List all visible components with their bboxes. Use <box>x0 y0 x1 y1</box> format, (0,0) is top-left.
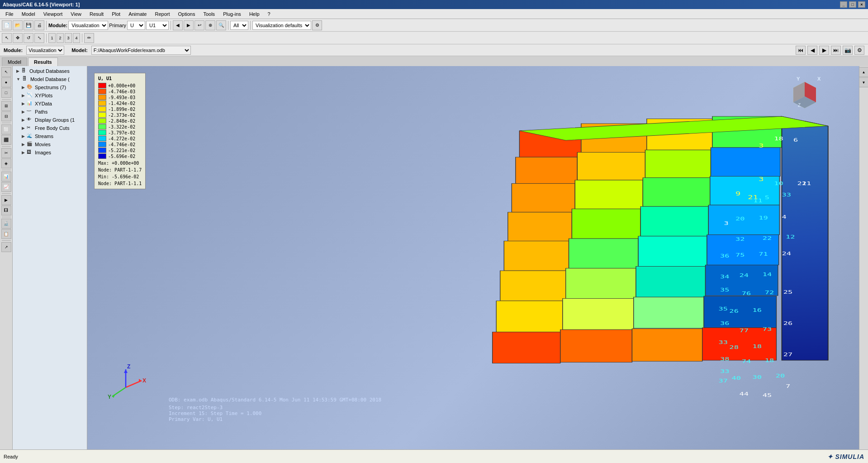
panel-item-free-body-cuts[interactable]: ▶ ✂ Free Body Cuts <box>14 124 85 132</box>
close-button[interactable]: × <box>858 1 865 8</box>
axes-indicator: X Y Z <box>105 363 146 404</box>
undo-btn[interactable]: ↩ <box>194 20 204 30</box>
menu-report[interactable]: Report <box>151 10 173 18</box>
play-start-btn[interactable]: ⏮ <box>796 46 806 55</box>
vtool-select[interactable]: ↖ <box>1 67 11 77</box>
camera-btn[interactable]: 📷 <box>843 46 853 55</box>
module-select[interactable]: Visualization <box>68 21 108 30</box>
model-icon: 🗄 <box>22 76 28 82</box>
vtool-cursor[interactable]: ↗ <box>1 242 11 252</box>
draw-btn[interactable]: ✏ <box>84 33 94 43</box>
panel-item-paths[interactable]: ▶ 〰 Paths <box>14 108 85 116</box>
vtool-node[interactable]: ● <box>1 77 11 87</box>
svg-text:28: 28 <box>729 344 739 350</box>
svg-text:Z: Z <box>798 103 801 108</box>
save-btn[interactable]: 💾 <box>24 20 33 30</box>
num1-btn[interactable]: 1 <box>48 33 56 43</box>
vtool-chart[interactable]: 📊 <box>1 172 11 181</box>
vtool-anim[interactable]: ▶ <box>1 195 11 205</box>
play-back-btn[interactable]: ◀ <box>807 46 817 55</box>
panel-item-streams[interactable]: ▶ 🌊 Streams <box>14 132 85 140</box>
menu-animate[interactable]: Animate <box>125 10 150 18</box>
all-select[interactable]: All <box>230 21 248 30</box>
forward-btn[interactable]: ▶ <box>184 20 194 30</box>
new-btn[interactable]: 📄 <box>2 20 12 30</box>
menu-viewport[interactable]: Viewport <box>40 10 66 18</box>
zoom-btn[interactable]: 🔍 <box>216 20 226 30</box>
vtool-mesh[interactable]: ⊟ <box>1 111 11 121</box>
settings-btn[interactable]: ⚙ <box>312 20 322 30</box>
tab-results[interactable]: Results <box>28 57 58 66</box>
vtool-report2[interactable]: 📋 <box>1 229 11 239</box>
print-btn[interactable]: 🖨 <box>34 20 44 30</box>
menu-help[interactable]: Help <box>246 10 263 18</box>
svg-rect-16 <box>504 241 569 271</box>
panel-item-model-db[interactable]: ▼ 🗄 Model Database ( <box>14 75 85 83</box>
menu-file[interactable]: File <box>2 10 17 18</box>
menu-tools[interactable]: Tools <box>199 10 218 18</box>
svg-text:Z: Z <box>127 363 130 370</box>
model-bar-select[interactable]: F:/AbaqusWorkFolder/exam.odb <box>91 46 191 55</box>
viewport[interactable]: U, U1 +0.000e+00 -4.746e-03 -9.493e-03 -… <box>87 66 859 449</box>
settings2-btn[interactable]: ⚙ <box>854 46 864 55</box>
menu-question[interactable]: ? <box>264 10 274 18</box>
num2-btn[interactable]: 2 <box>57 33 64 43</box>
panel-item-xyplots[interactable]: ▶ 📉 XYPlots <box>14 91 85 100</box>
primary-select[interactable]: U <box>127 21 145 30</box>
minimize-button[interactable]: _ <box>840 1 847 8</box>
vtool-grid[interactable]: ⊞ <box>1 101 11 111</box>
svg-text:22: 22 <box>763 236 772 241</box>
svg-text:30: 30 <box>753 375 762 380</box>
movies-label: Movies <box>35 142 51 147</box>
back-btn[interactable]: ◀ <box>173 20 183 30</box>
menu-model[interactable]: Model <box>18 10 39 18</box>
tab-bar: Model Results <box>0 56 868 66</box>
panel-item-movies[interactable]: ▶ 🎬 Movies <box>14 140 85 148</box>
num4-btn[interactable]: 4 <box>73 33 80 43</box>
svg-rect-12 <box>508 212 572 241</box>
panel-item-xydata[interactable]: ▶ 📊 XYData <box>14 100 85 108</box>
play-end-btn[interactable]: ⏭ <box>831 46 841 55</box>
status-bar: Ready ✦ SIMULIA <box>0 449 868 463</box>
vtool-elem[interactable]: □ <box>1 88 11 98</box>
rotate-btn[interactable]: ↺ <box>24 33 33 43</box>
open-btn[interactable]: 📂 <box>13 20 23 30</box>
panel-item-output-db[interactable]: ▶ 🗄 Output Databases <box>14 67 85 75</box>
svg-text:38: 38 <box>720 356 730 362</box>
window-controls[interactable]: _ □ × <box>840 1 865 8</box>
right-vtool-2[interactable]: ▼ <box>859 77 868 87</box>
vtool-frame[interactable]: 🎞 <box>1 205 11 215</box>
u-select[interactable]: U1 <box>146 21 169 30</box>
panel-item-images[interactable]: ▶ 🖼 Images <box>14 148 85 157</box>
num3-btn[interactable]: 3 <box>65 33 72 43</box>
menu-view[interactable]: View <box>67 10 85 18</box>
module-bar-select[interactable]: Visualization <box>26 46 64 55</box>
vtool-probe[interactable]: 🔬 <box>1 219 11 229</box>
vtool-view2[interactable]: ⬛ <box>1 135 11 145</box>
vtool-plot[interactable]: 📈 <box>1 182 11 192</box>
scale-btn[interactable]: ⤡ <box>34 33 44 43</box>
panel-item-display-groups[interactable]: ▶ 👁 Display Groups (1 <box>14 116 85 124</box>
menu-plugins[interactable]: Plug-ins <box>219 10 245 18</box>
menu-result[interactable]: Result <box>86 10 107 18</box>
move-btn[interactable]: ✥ <box>13 33 23 43</box>
svg-text:33: 33 <box>720 368 730 374</box>
tab-model[interactable]: Model <box>2 57 27 66</box>
svg-text:18: 18 <box>765 358 774 363</box>
playback-controls: ⏮ ◀ ▶ ⏭ 📷 ⚙ <box>796 46 864 55</box>
svg-text:3: 3 <box>759 143 764 149</box>
select-btn[interactable]: ↖ <box>2 33 12 43</box>
play-fwd-btn[interactable]: ▶ <box>819 46 829 55</box>
vtool-view1[interactable]: ⬜ <box>1 124 11 134</box>
menu-options[interactable]: Options <box>175 10 199 18</box>
viz-defaults-select[interactable]: Visualization defaults <box>252 21 311 30</box>
fit-btn[interactable]: ⊕ <box>205 20 215 30</box>
menu-plot[interactable]: Plot <box>108 10 124 18</box>
maximize-button[interactable]: □ <box>849 1 856 8</box>
module-label: Module: <box>4 48 23 53</box>
svg-text:7: 7 <box>786 384 790 389</box>
vtool-cut[interactable]: ✂ <box>1 148 11 158</box>
panel-item-spectrums[interactable]: ▶ 🎨 Spectrums (7) <box>14 83 85 91</box>
vtool-iso[interactable]: ◈ <box>1 158 11 168</box>
right-vtool-1[interactable]: ▲ <box>859 67 868 77</box>
